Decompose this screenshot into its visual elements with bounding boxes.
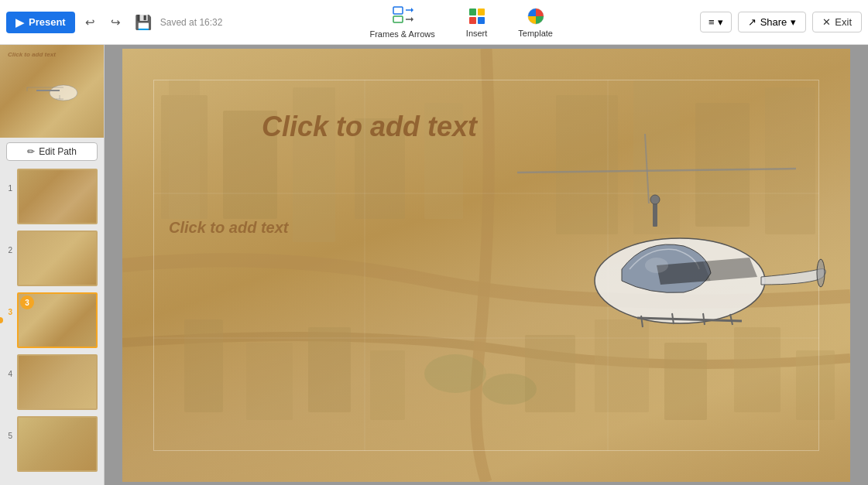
slide-thumbnail-4[interactable]	[17, 354, 98, 410]
pencil-icon: ✏	[27, 146, 35, 157]
menu-chevron-icon: ▾	[718, 16, 723, 28]
menu-icon: ≡	[708, 16, 715, 28]
canvas-area: Click to add text Click to add text	[105, 45, 868, 485]
svg-rect-28	[184, 319, 223, 412]
slide-number-5: 5	[0, 416, 12, 440]
share-icon: ↗	[748, 16, 756, 28]
insert-icon	[468, 7, 486, 27]
svg-point-37	[424, 354, 486, 393]
svg-line-44	[645, 134, 649, 203]
svg-marker-2	[411, 8, 413, 12]
svg-point-54	[650, 195, 660, 204]
main-content: Click to add text ✏ Edit Path 1 2 3	[0, 45, 868, 485]
slide-number-3: 3	[0, 292, 12, 316]
toolbar-left-section: ▶ Present ↩ ↪ 💾 Saved at 16:32	[6, 10, 222, 35]
frames-arrows-button[interactable]: Frames & Arrows	[354, 2, 450, 42]
svg-rect-53	[653, 203, 657, 227]
exit-button[interactable]: ✕ Exit	[812, 12, 862, 32]
share-button[interactable]: ↗ Share ▾	[738, 12, 807, 32]
share-chevron-icon: ▾	[791, 16, 796, 28]
undo-icon: ↩	[85, 15, 95, 29]
active-slide-indicator	[0, 317, 3, 323]
slide-thumbnail-1[interactable]	[17, 169, 98, 224]
insert-button[interactable]: Insert	[451, 4, 503, 41]
toolbar-right-section: ≡ ▾ ↗ Share ▾ ✕ Exit	[700, 12, 862, 32]
save-button[interactable]: 💾	[131, 10, 156, 35]
slide-number-1: 1	[0, 169, 12, 193]
svg-point-52	[645, 258, 668, 273]
menu-button[interactable]: ≡ ▾	[700, 12, 732, 32]
slide-item-3[interactable]: 3 3	[0, 289, 104, 351]
svg-rect-0	[393, 7, 403, 14]
frames-arrows-label: Frames & Arrows	[369, 29, 434, 39]
svg-line-51	[730, 314, 732, 325]
slide-sub-text[interactable]: Click to add text	[169, 219, 288, 237]
insert-label: Insert	[466, 29, 488, 38]
slide-main-text[interactable]: Click to add text	[262, 111, 477, 143]
badge-number: 3	[25, 299, 29, 307]
svg-rect-7	[478, 9, 485, 15]
svg-line-43	[517, 169, 796, 172]
template-button[interactable]: Template	[503, 4, 568, 41]
edit-path-label: Edit Path	[39, 146, 77, 157]
slide-item-4[interactable]: 4	[0, 351, 104, 413]
svg-rect-8	[469, 17, 476, 24]
svg-rect-31	[370, 350, 405, 420]
svg-rect-6	[469, 9, 476, 15]
svg-marker-5	[411, 17, 413, 22]
redo-button[interactable]: ↪	[105, 12, 126, 33]
slide-thumbnail-2[interactable]	[17, 231, 98, 286]
present-icon: ▶	[15, 16, 24, 29]
slide-canvas[interactable]: Click to add text Click to add text	[122, 49, 850, 482]
helicopter-svg	[502, 126, 827, 389]
toolbar-center-section: Frames & Arrows Insert	[235, 2, 688, 42]
svg-rect-13	[36, 90, 60, 91]
present-label: Present	[29, 16, 66, 28]
svg-point-46	[817, 259, 825, 287]
main-toolbar: ▶ Present ↩ ↪ 💾 Saved at 16:32	[0, 0, 868, 45]
slide-thumbnail-3[interactable]: 3	[17, 292, 98, 348]
svg-rect-9	[478, 17, 485, 24]
svg-rect-3	[393, 16, 403, 22]
svg-rect-19	[169, 80, 200, 219]
undo-button[interactable]: ↩	[80, 12, 101, 33]
slide-number-2: 2	[0, 231, 12, 254]
slide-number-4: 4	[0, 354, 12, 378]
slide-thumbnail-5[interactable]	[17, 416, 98, 472]
template-icon	[527, 7, 545, 27]
edit-path-button[interactable]: ✏ Edit Path	[6, 142, 98, 161]
slide-item-2[interactable]: 2	[0, 227, 104, 289]
share-label: Share	[760, 16, 787, 28]
exit-label: Exit	[835, 16, 852, 28]
slide-item-1[interactable]: 1	[0, 166, 104, 227]
slide-item-5[interactable]: 5	[0, 413, 104, 475]
slide-preview-top: Click to add text	[0, 45, 104, 138]
redo-icon: ↪	[111, 15, 121, 29]
frames-arrows-icon	[392, 5, 413, 28]
saved-timestamp: Saved at 16:32	[160, 17, 223, 28]
save-icon: 💾	[135, 15, 152, 30]
slide-panel: Click to add text ✏ Edit Path 1 2 3	[0, 45, 105, 485]
svg-rect-30	[308, 327, 351, 412]
exit-icon: ✕	[822, 16, 831, 28]
present-button[interactable]: ▶ Present	[6, 12, 75, 33]
svg-rect-29	[246, 343, 293, 420]
template-label: Template	[518, 29, 553, 38]
slide-badge-3: 3	[20, 295, 34, 309]
